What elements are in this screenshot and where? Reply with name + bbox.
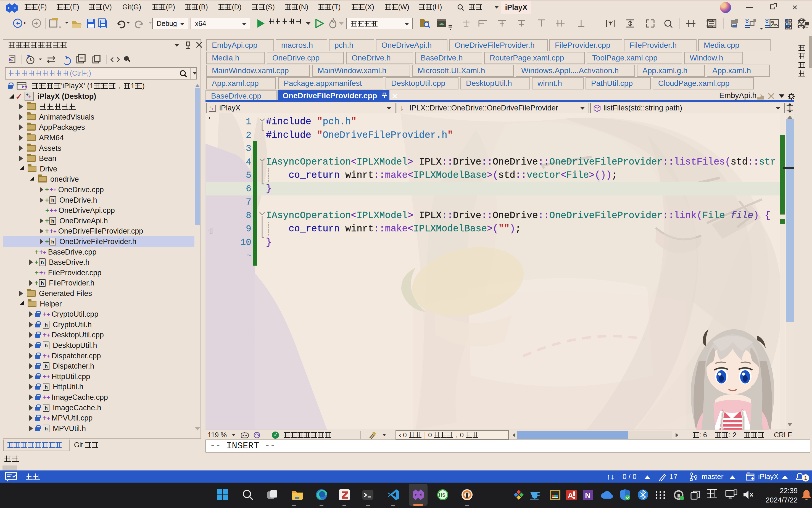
svg-text:A: A [568, 491, 573, 500]
svg-text:+: + [28, 94, 32, 100]
svg-text:N: N [585, 491, 591, 500]
svg-text:HS: HS [439, 493, 446, 498]
svg-text:+: + [211, 107, 214, 111]
